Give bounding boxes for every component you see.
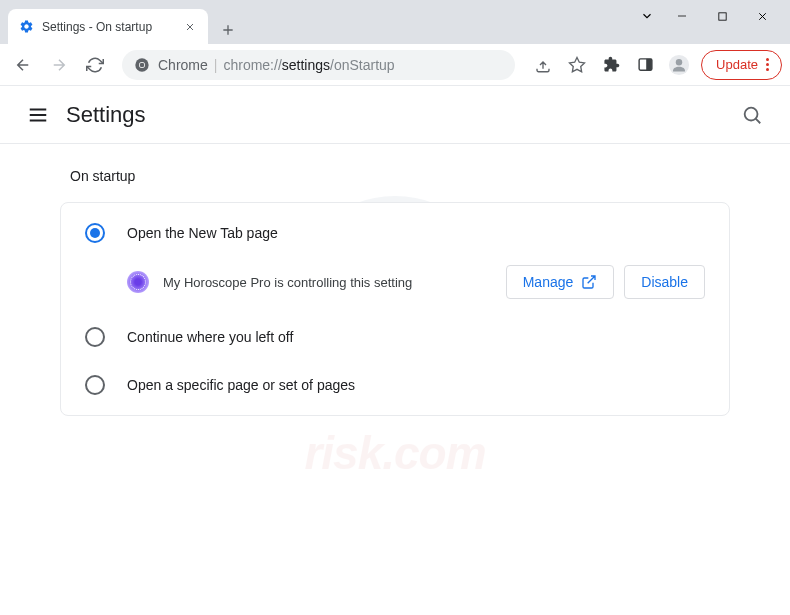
settings-content: On startup Open the New Tab page My Horo… <box>0 144 790 440</box>
option-new-tab[interactable]: Open the New Tab page <box>61 209 729 257</box>
back-button[interactable] <box>8 50 38 80</box>
update-button[interactable]: Update <box>701 50 782 80</box>
option-label: Open a specific page or set of pages <box>127 377 355 393</box>
radio-icon[interactable] <box>85 327 105 347</box>
radio-selected-icon[interactable] <box>85 223 105 243</box>
extension-icon <box>127 271 149 293</box>
settings-header: Settings <box>0 86 790 144</box>
maximize-button[interactable] <box>702 1 742 31</box>
new-tab-button[interactable] <box>214 16 242 44</box>
option-specific-pages[interactable]: Open a specific page or set of pages <box>61 361 729 409</box>
share-icon[interactable] <box>527 49 559 81</box>
chrome-icon <box>134 57 150 73</box>
menu-icon[interactable] <box>18 95 58 135</box>
browser-toolbar: Chrome | chrome://settings/onStartup Upd… <box>0 44 790 86</box>
startup-options-card: Open the New Tab page My Horoscope Pro i… <box>60 202 730 416</box>
extensions-icon[interactable] <box>595 49 627 81</box>
option-label: Open the New Tab page <box>127 225 278 241</box>
svg-rect-5 <box>646 59 652 70</box>
browser-tab[interactable]: Settings - On startup <box>8 9 208 44</box>
profile-icon[interactable] <box>663 49 695 81</box>
close-icon[interactable] <box>182 19 198 35</box>
update-label: Update <box>716 57 758 72</box>
open-external-icon <box>581 274 597 290</box>
svg-point-3 <box>140 62 145 67</box>
manage-button[interactable]: Manage <box>506 265 615 299</box>
extension-control-notice: My Horoscope Pro is controlling this set… <box>61 257 729 313</box>
reload-button[interactable] <box>80 50 110 80</box>
svg-point-7 <box>676 59 682 65</box>
svg-point-8 <box>745 107 758 120</box>
option-label: Continue where you left off <box>127 329 293 345</box>
disable-button[interactable]: Disable <box>624 265 705 299</box>
svg-rect-0 <box>718 12 725 19</box>
radio-icon[interactable] <box>85 375 105 395</box>
close-window-button[interactable] <box>742 1 782 31</box>
forward-button[interactable] <box>44 50 74 80</box>
chevron-down-icon[interactable] <box>632 1 662 31</box>
page-title: Settings <box>66 102 146 128</box>
search-icon[interactable] <box>732 95 772 135</box>
minimize-button[interactable] <box>662 1 702 31</box>
window-titlebar: Settings - On startup <box>0 0 790 44</box>
sidepanel-icon[interactable] <box>629 49 661 81</box>
option-continue[interactable]: Continue where you left off <box>61 313 729 361</box>
controlling-text: My Horoscope Pro is controlling this set… <box>163 275 492 290</box>
tab-title: Settings - On startup <box>42 20 174 34</box>
kebab-menu-icon <box>766 58 769 71</box>
gear-icon <box>18 19 34 35</box>
bookmark-icon[interactable] <box>561 49 593 81</box>
address-bar[interactable]: Chrome | chrome://settings/onStartup <box>122 50 515 80</box>
section-title: On startup <box>70 168 730 184</box>
address-text: Chrome | chrome://settings/onStartup <box>158 57 395 73</box>
